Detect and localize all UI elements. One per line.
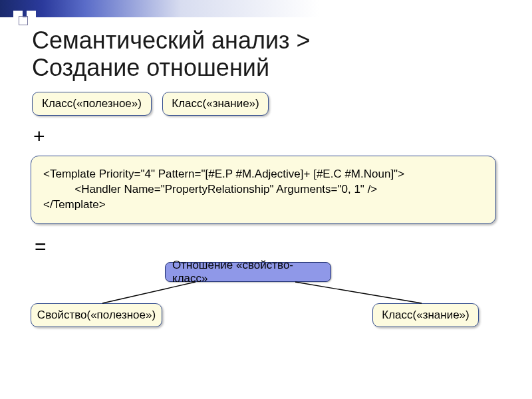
node-label: Свойство(«полезное»)	[37, 309, 156, 322]
node-class-knowledge-2: Класс(«знание»)	[372, 303, 479, 327]
title-line-1: Семантический анализ >	[32, 27, 311, 54]
code-line: </Template>	[43, 198, 106, 211]
node-class-knowledge: Класс(«знание»)	[162, 92, 269, 116]
code-line: <Template Priority="4" Pattern="[#E.P #M…	[43, 168, 404, 180]
node-label: Класс(«знание»)	[172, 97, 259, 110]
header-square-icon	[27, 11, 36, 20]
operator-plus: +	[33, 125, 45, 148]
node-class-useful: Класс(«полезное»)	[32, 92, 152, 116]
node-label: Отношение «свойство-класс»	[172, 259, 324, 285]
title-line-2: Создание отношений	[32, 54, 269, 81]
node-label: Класс(«знание»)	[382, 309, 469, 322]
code-line: <Handler Name="PropertyRelationship" Arg…	[43, 183, 377, 196]
diagram-stage: Класс(«полезное») Класс(«знание») + <Tem…	[29, 92, 503, 378]
page-title: Семантический анализ > Создание отношени…	[32, 27, 512, 82]
header-square-outline-icon	[19, 16, 28, 25]
operator-equals: =	[35, 235, 47, 258]
node-label: Класс(«полезное»)	[42, 97, 142, 110]
node-template-code: <Template Priority="4" Pattern="[#E.P #M…	[31, 156, 496, 224]
node-property-useful: Свойство(«полезное»)	[31, 303, 162, 327]
connector-lines	[29, 92, 503, 378]
node-relation: Отношение «свойство-класс»	[165, 262, 331, 282]
decorative-header-bar	[0, 0, 532, 17]
